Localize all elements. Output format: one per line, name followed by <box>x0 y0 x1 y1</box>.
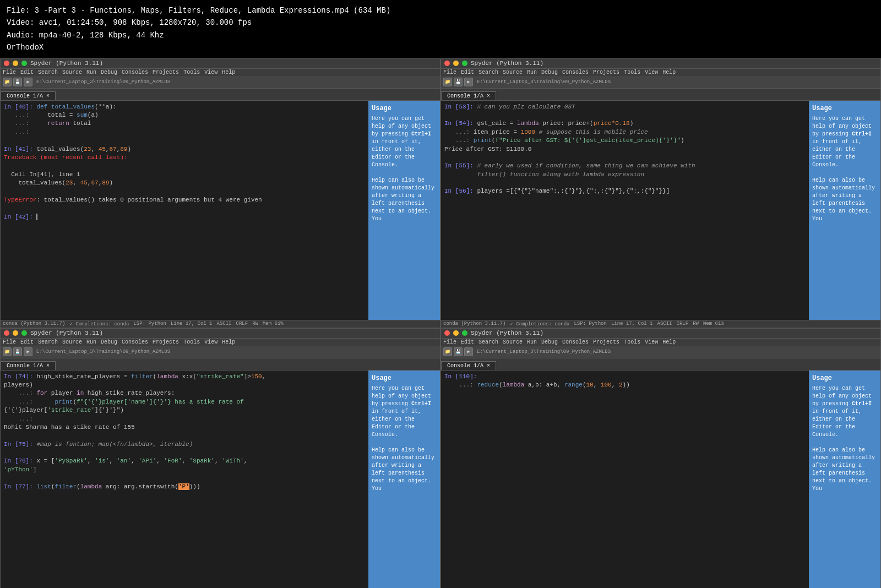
file-path: E:\Current_Laptop_3\Training\09_Python_A… <box>36 79 438 85</box>
code-block-tr: In [53]: # can you plz calculate GST In … <box>444 103 806 196</box>
max-btn-tr[interactable] <box>462 61 467 66</box>
menu-bar-tl: File Edit Search Source Run Debug Consol… <box>1 69 440 77</box>
toolbar-btn-bl2[interactable]: 💾 <box>13 347 22 356</box>
console-tab-tl[interactable]: Console 1/A × <box>1 91 56 100</box>
toolbar-btn[interactable]: 💾 <box>13 78 22 86</box>
spyder-window-top-left: Spyder (Python 3.11) File Edit Search So… <box>0 58 440 328</box>
usage-title-br: Usage <box>812 374 877 383</box>
content-bl: In [74]: high_stike_rate_players = filte… <box>1 371 440 588</box>
file-path-br: E:\Current_Laptop_3\Training\09_Python_A… <box>477 349 878 355</box>
spyder-window-bottom-right: Spyder (Python 3.11) File Edit Search So… <box>440 328 881 588</box>
console-tab-bl[interactable]: Console 1/A × <box>1 361 56 370</box>
title-bar-bl: Spyder (Python 3.11) <box>1 329 440 339</box>
usage-panel-br: Usage Here you can get help of any objec… <box>809 371 880 588</box>
content-tl: In [40]: def total_values(**a): ...: tot… <box>1 101 440 320</box>
toolbar-tl: 📁 💾 ▶ E:\Current_Laptop_3\Training\09_Py… <box>1 77 440 89</box>
close-btn-tr[interactable] <box>444 61 450 66</box>
content-br: In [110]: ...: reduce(lambda a,b: a+b, r… <box>441 371 880 588</box>
file-line3: Audio: mp4a-40-2, 128 Kbps, 44 Khz <box>7 29 874 41</box>
title-bar-top-right: Spyder (Python 3.11) <box>441 59 880 69</box>
usage-title: Usage <box>372 104 437 113</box>
console-tab-br[interactable]: Console 1/A × <box>441 361 496 370</box>
toolbar-bl: 📁 💾 ▶ E:\Current_Laptop_3\Training\09_Py… <box>1 346 440 358</box>
usage-panel-bl: Usage Here you can get help of any objec… <box>368 371 440 588</box>
max-btn-bl[interactable] <box>21 330 27 336</box>
usage-text-bl: Here you can get help of any object by p… <box>372 385 437 493</box>
toolbar-btn-br3[interactable]: ▶ <box>464 347 473 356</box>
usage-panel-tl: Usage Here you can get help of any objec… <box>368 101 440 320</box>
toolbar-btn-tr3[interactable]: ▶ <box>464 78 473 86</box>
code-block: In [40]: def total_values(**a): ...: tot… <box>4 103 365 221</box>
spyder-window-bottom-left: Spyder (Python 3.11) File Edit Search So… <box>0 328 440 588</box>
usage-text-tr: Here you can get help of any object by p… <box>812 115 877 223</box>
content-tr: In [53]: # can you plz calculate GST In … <box>441 101 880 320</box>
min-btn-br[interactable] <box>453 330 459 336</box>
title-bar-top-left: Spyder (Python 3.11) <box>1 59 440 69</box>
file-line1: File: 3 -Part 3 - Functions, Maps, Filte… <box>7 4 874 17</box>
window-title-bl: Spyder (Python 3.11) <box>30 330 103 336</box>
menu-bar-br: File Edit Search Source Run Debug Consol… <box>441 339 880 346</box>
toolbar-btn-tr[interactable]: 📁 <box>443 78 452 86</box>
status-bar-tl: conda (Python 3.11.7) ✓ Completions: con… <box>1 320 440 328</box>
max-btn[interactable] <box>21 61 27 66</box>
file-info-header: File: 3 -Part 3 - Functions, Maps, Filte… <box>0 0 881 58</box>
window-title-tl: Spyder (Python 3.11) <box>30 60 103 67</box>
tab-bar-tl: Console 1/A × <box>1 89 440 101</box>
close-btn[interactable] <box>4 61 9 66</box>
file-path-tr: E:\Current_Laptop_3\Training\09_Python_A… <box>477 79 878 85</box>
file-line4: OrThodoX <box>7 41 874 53</box>
console-panel-bl[interactable]: In [74]: high_stike_rate_players = filte… <box>1 371 368 588</box>
usage-title-bl: Usage <box>372 374 437 383</box>
code-block-br: In [110]: ...: reduce(lambda a,b: a+b, r… <box>444 373 806 390</box>
toolbar-btn-br[interactable]: 📁 <box>443 347 452 356</box>
toolbar-btn-tr2[interactable]: 💾 <box>454 78 463 86</box>
main-area: Spyder (Python 3.11) File Edit Search So… <box>0 58 881 588</box>
status-bar-tr: conda (Python 3.11.7) ✓ Completions: con… <box>441 320 880 328</box>
file-path-bl: E:\Current_Laptop_3\Training\09_Python_A… <box>36 349 438 355</box>
window-title-tr: Spyder (Python 3.11) <box>471 60 543 67</box>
usage-text-br: Here you can get help of any object by p… <box>812 385 877 493</box>
tab-bar-tr: Console 1/A × <box>441 89 880 101</box>
min-btn-bl[interactable] <box>13 330 18 336</box>
file-line2: Video: avc1, 01:24:50, 908 Kbps, 1280x72… <box>7 17 874 29</box>
title-bar-br: Spyder (Python 3.11) <box>441 329 880 339</box>
min-btn[interactable] <box>13 61 18 66</box>
close-btn-br[interactable] <box>444 330 450 336</box>
usage-text: Here you can get help of any object by p… <box>372 115 437 223</box>
console-panel-tr[interactable]: In [53]: # can you plz calculate GST In … <box>441 101 809 320</box>
usage-panel-tr: Usage Here you can get help of any objec… <box>809 101 880 320</box>
tab-bar-br: Console 1/A × <box>441 358 880 371</box>
console-panel-br[interactable]: In [110]: ...: reduce(lambda a,b: a+b, r… <box>441 371 809 588</box>
console-panel-tl[interactable]: In [40]: def total_values(**a): ...: tot… <box>1 101 368 320</box>
min-btn-tr[interactable] <box>453 61 459 66</box>
window-title-br: Spyder (Python 3.11) <box>471 330 543 336</box>
tab-bar-bl: Console 1/A × <box>1 358 440 371</box>
menu-bar-bl: File Edit Search Source Run Debug Consol… <box>1 339 440 346</box>
toolbar-btn[interactable]: 📁 <box>3 78 12 86</box>
toolbar-tr: 📁 💾 ▶ E:\Current_Laptop_3\Training\09_Py… <box>441 77 880 89</box>
close-btn-bl[interactable] <box>4 330 9 336</box>
console-tab-tr[interactable]: Console 1/A × <box>441 91 496 100</box>
toolbar-btn-bl[interactable]: 📁 <box>3 347 12 356</box>
toolbar-btn[interactable]: ▶ <box>24 78 32 86</box>
usage-title-tr: Usage <box>812 104 877 113</box>
toolbar-btn-bl3[interactable]: ▶ <box>24 347 32 356</box>
toolbar-btn-br2[interactable]: 💾 <box>454 347 463 356</box>
spyder-window-top-right: Spyder (Python 3.11) File Edit Search So… <box>440 58 881 328</box>
code-block-bl: In [74]: high_stike_rate_players = filte… <box>4 373 365 491</box>
menu-bar-tr: File Edit Search Source Run Debug Consol… <box>441 69 880 77</box>
max-btn-br[interactable] <box>462 330 467 336</box>
toolbar-br: 📁 💾 ▶ E:\Current_Laptop_3\Training\09_Py… <box>441 346 880 358</box>
